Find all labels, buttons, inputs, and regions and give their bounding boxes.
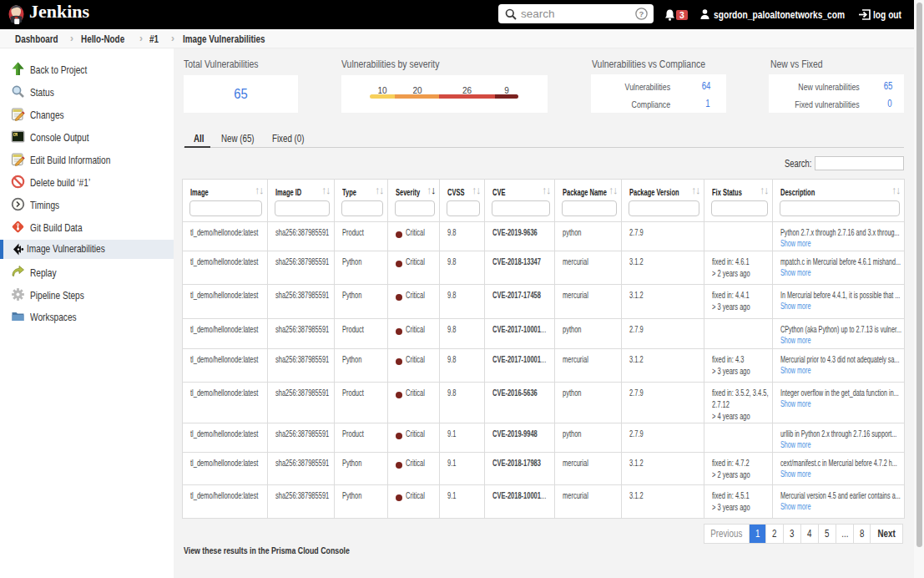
svg-text:?: ? [639,9,644,18]
